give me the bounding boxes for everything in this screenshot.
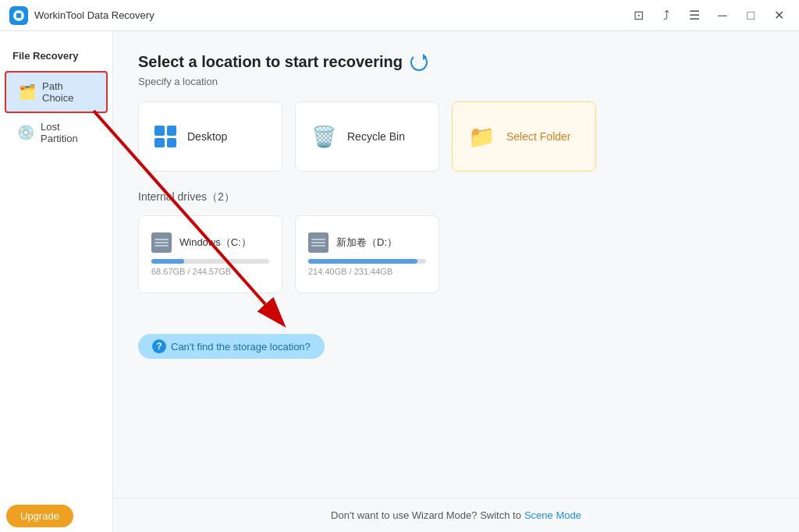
desktop-icon: [154, 126, 176, 147]
c-drive-bar-bg: [151, 259, 269, 264]
sidebar-item-label-path-choice: Path Choice: [42, 80, 94, 104]
d-drive-icon: [308, 232, 328, 253]
maximize-button[interactable]: □: [740, 5, 762, 27]
location-cards-row: Desktop 🗑️ Recycle Bin 📁 Select Folder: [138, 101, 774, 172]
sidebar-item-path-choice[interactable]: 🗂️ Path Choice: [5, 71, 108, 113]
app-logo: [9, 6, 28, 25]
d-drive-top: 新加卷（D:）: [308, 232, 426, 253]
window-controls: ⊡ ⤴ ☰ ─ □ ✕: [627, 5, 790, 27]
drives-row: Windows（C:） 68.67GB / 244.57GB 新加卷（D:）: [138, 215, 774, 293]
path-choice-icon: 🗂️: [19, 83, 36, 101]
d-drive-bar-fill: [308, 259, 417, 264]
upgrade-button[interactable]: Upgrade: [6, 505, 73, 527]
share-icon[interactable]: ⤴: [655, 5, 677, 27]
close-button[interactable]: ✕: [768, 5, 790, 27]
titlebar: WorkinTool Data Recovery ⊡ ⤴ ☰ ─ □ ✕: [0, 0, 799, 31]
help-button-label: Can't find the storage location?: [171, 341, 311, 353]
bottom-bar: Don't want to use Wizard Mode? Switch to…: [113, 498, 799, 532]
d-drive-bar-bg: [308, 259, 426, 264]
select-folder-card[interactable]: 📁 Select Folder: [452, 101, 596, 172]
recycle-bin-card[interactable]: 🗑️ Recycle Bin: [295, 101, 439, 172]
help-icon: ?: [152, 339, 166, 353]
d-drive-size: 214.40GB / 231.44GB: [308, 267, 426, 276]
sidebar: File Recovery 🗂️ Path Choice 💿 Lost Part…: [0, 31, 113, 532]
recycle-bin-icon: 🗑️: [311, 125, 336, 149]
content-title: Select a location to start recovering: [138, 53, 403, 71]
desktop-card-label: Desktop: [187, 130, 227, 143]
scene-mode-link[interactable]: Scene Mode: [524, 509, 581, 521]
d-drive-name: 新加卷（D:）: [336, 236, 397, 250]
main-layout: File Recovery 🗂️ Path Choice 💿 Lost Part…: [0, 31, 799, 532]
content-header: Select a location to start recovering: [138, 53, 774, 71]
menu-icon[interactable]: ☰: [684, 5, 705, 27]
help-button[interactable]: ? Can't find the storage location?: [138, 334, 325, 359]
monitor-icon[interactable]: ⊡: [627, 5, 649, 27]
minimize-button[interactable]: ─: [712, 5, 733, 27]
sidebar-item-lost-partition[interactable]: 💿 Lost Partition: [5, 113, 108, 152]
sidebar-item-label-lost-partition: Lost Partition: [41, 121, 95, 144]
help-section: ? Can't find the storage location?: [138, 315, 774, 406]
subtitle: Specify a location: [138, 76, 774, 87]
c-drive-icon: [151, 232, 172, 253]
c-drive-size: 68.67GB / 244.57GB: [151, 267, 269, 276]
app-title: WorkinTool Data Recovery: [34, 9, 627, 21]
c-drive-name: Windows（C:）: [179, 236, 251, 250]
sidebar-section-title: File Recovery: [0, 44, 112, 68]
desktop-card[interactable]: Desktop: [138, 101, 282, 172]
c-drive-top: Windows（C:）: [151, 232, 269, 253]
content-area: Select a location to start recovering Sp…: [113, 31, 799, 532]
c-drive-card[interactable]: Windows（C:） 68.67GB / 244.57GB: [138, 215, 282, 293]
refresh-icon[interactable]: [410, 54, 428, 71]
select-folder-icon: 📁: [468, 124, 495, 150]
lost-partition-icon: 💿: [17, 124, 34, 141]
select-folder-card-label: Select Folder: [506, 130, 570, 143]
drives-section-title: Internal drives（2）: [138, 190, 774, 204]
c-drive-bar-fill: [151, 259, 184, 264]
bottom-text: Don't want to use Wizard Mode? Switch to: [331, 509, 521, 521]
recycle-bin-card-label: Recycle Bin: [347, 130, 405, 143]
d-drive-card[interactable]: 新加卷（D:） 214.40GB / 231.44GB: [295, 215, 439, 293]
